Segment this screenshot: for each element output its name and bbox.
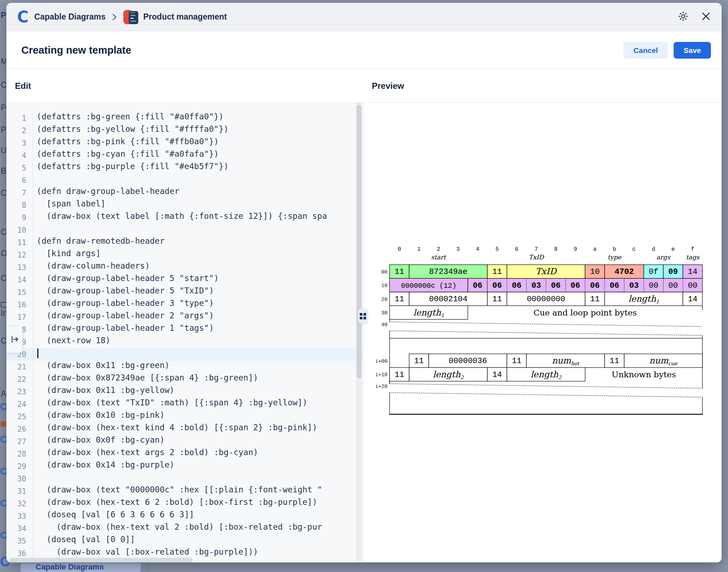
code-line-text: (draw-box (text "0000000c" :hex [[:plain…	[33, 485, 363, 497]
editor-horizontal-scrollbar-thumb[interactable]	[9, 558, 193, 562]
capable-diagrams-logo-icon: C	[17, 9, 28, 25]
svg-text:length2: length2	[531, 369, 562, 380]
svg-text:06: 06	[610, 281, 619, 290]
code-line[interactable]: 7(defn draw-group-label-header	[6, 187, 363, 199]
svg-text:06: 06	[551, 281, 561, 290]
background-item-label: Capable Diagrams	[36, 562, 104, 572]
svg-text:11: 11	[492, 295, 502, 304]
code-line[interactable]: 33 (doseq [val [6 6 3 6 6 6 6 3]]	[6, 510, 363, 522]
code-line[interactable]: 25 (draw-box 0x10 :bg-pink)	[6, 410, 363, 423]
code-line[interactable]: 4(defattrs :bg-cyan {:fill "#a0fafa"})	[6, 149, 363, 162]
svg-text:00: 00	[381, 269, 387, 275]
svg-text:06: 06	[571, 281, 580, 290]
svg-text:06: 06	[590, 281, 600, 290]
line-number: 9	[6, 214, 33, 222]
code-line[interactable]: 6	[6, 174, 363, 187]
preview-panel: 0123456789abcdefstartTxIDtypeargstags001…	[363, 103, 722, 562]
svg-text:i+20: i+20	[376, 384, 387, 389]
code-line-text: (draw-box (hex-text kind 4 :bold) [{:spa…	[33, 423, 363, 435]
code-line[interactable]: 17 (draw-group-label-header 2 "args")	[6, 311, 363, 323]
code-line[interactable]: 29 (draw-box 0x14 :bg-purple)	[6, 460, 363, 473]
svg-text:c: c	[632, 246, 636, 253]
svg-text:i+10: i+10	[376, 372, 387, 378]
breadcrumb-app-name[interactable]: Capable Diagrams	[34, 12, 106, 22]
code-line-text: (draw-box (text label [:math {:font-size…	[33, 211, 363, 224]
close-icon[interactable]	[701, 11, 711, 23]
code-line[interactable]: 31 (draw-box (text "0000000c" :hex [[:pl…	[6, 485, 363, 497]
code-line[interactable]: 30	[6, 473, 363, 485]
preview-panel-title: Preview	[363, 69, 404, 102]
code-line-text: (doseq [val [0 0]]	[33, 535, 363, 547]
code-line-text: [span label]	[33, 199, 363, 211]
svg-text:00: 00	[649, 281, 658, 290]
svg-text:11: 11	[395, 295, 404, 304]
code-line[interactable]: 2(defattrs :bg-yellow {:fill "#ffffa0"})	[6, 124, 363, 137]
code-line-text: (draw-box (hex-text args 2 :bold) :bg-cy…	[33, 448, 363, 460]
line-number: 1	[6, 114, 33, 123]
code-line[interactable]: 13 (draw-column-headers)	[6, 261, 363, 274]
svg-text:Cue and loop point bytes: Cue and loop point bytes	[534, 308, 637, 317]
background-app-icon	[1, 421, 6, 427]
code-line[interactable]: 28 (draw-box (hex-text args 2 :bold) :bg…	[6, 448, 363, 460]
line-number: 33	[6, 512, 33, 520]
save-button[interactable]: Save	[674, 42, 711, 59]
code-line[interactable]: 3(defattrs :bg-pink {:fill "#ffb0a0"})	[6, 137, 363, 149]
background-logo-icon: C	[0, 466, 7, 477]
cancel-button[interactable]: Cancel	[623, 42, 668, 59]
code-line[interactable]: 11(defn draw-remotedb-header	[6, 236, 363, 249]
svg-text:7: 7	[535, 246, 538, 253]
svg-text:9: 9	[574, 246, 577, 253]
code-line[interactable]: 14 (draw-group-label-header 5 "start")	[6, 274, 363, 286]
code-line[interactable]: 19 (next-row 18)	[6, 336, 363, 348]
code-line[interactable]: 35 (doseq [val [0 0]]	[6, 535, 363, 547]
code-line[interactable]: 18 (draw-group-label-header 1 "tags")	[6, 323, 363, 336]
code-line[interactable]: 21 (draw-box 0x11 :bg-green)	[6, 361, 363, 373]
breadcrumb-page-name[interactable]: Product management	[143, 12, 227, 22]
line-number: 5	[6, 164, 33, 172]
code-line[interactable]: 5(defattrs :bg-purple {:fill "#e4b5f7"})	[6, 162, 363, 174]
line-number: 30	[6, 475, 33, 483]
svg-text:11: 11	[610, 356, 619, 366]
svg-text:20: 20	[381, 297, 387, 302]
code-line-text: (draw-box 0x11 :bg-green)	[33, 361, 363, 373]
code-line-text: (draw-box 0x872349ae [{:span 4} :bg-gree…	[33, 373, 363, 385]
code-line[interactable]: 15 (draw-group-label-header 5 "TxID")	[6, 286, 363, 298]
code-line[interactable]: 1(defattrs :bg-green {:fill "#a0ffa0"})	[6, 112, 363, 124]
svg-text:Unknown bytes: Unknown bytes	[612, 370, 676, 379]
line-number: 31	[6, 487, 33, 496]
svg-text:4702: 4702	[615, 267, 634, 276]
code-line[interactable]: 22 (draw-box 0x872349ae [{:span 4} :bg-g…	[6, 373, 363, 385]
code-line[interactable]: 27 (draw-box 0x0f :bg-cyan)	[6, 435, 363, 448]
code-line[interactable]: 10	[6, 224, 363, 236]
code-line[interactable]: 9 (draw-box (text label [:math {:font-si…	[6, 211, 363, 224]
code-line-text: (draw-column-headers)	[33, 261, 363, 274]
line-number: 7	[6, 189, 33, 197]
code-line-text: (defattrs :bg-green {:fill "#a0ffa0"})	[33, 112, 363, 124]
code-line[interactable]: 20	[6, 348, 363, 361]
code-line-text: (draw-box (hex-text val 2 :bold) [:box-r…	[33, 522, 363, 535]
svg-text:06: 06	[512, 281, 521, 290]
line-number: 6	[6, 176, 33, 185]
svg-text:00000000: 00000000	[527, 295, 565, 304]
settings-gear-icon[interactable]	[678, 11, 689, 23]
code-line[interactable]: 23 (draw-box 0x11 :bg-yellow)	[6, 385, 363, 398]
line-number: 8	[6, 201, 33, 210]
code-line[interactable]: 16 (draw-group-label-header 3 "type")	[6, 298, 363, 311]
code-line-text: (draw-group-label-header 3 "type")	[33, 298, 363, 311]
line-number: 36	[6, 549, 33, 558]
code-line[interactable]: 12 [kind args]	[6, 249, 363, 261]
sidebar-reveal-button[interactable]	[6, 325, 23, 353]
code-line[interactable]: 8 [span label]	[6, 199, 363, 211]
divider-drag-handle[interactable]	[358, 309, 368, 324]
code-line[interactable]: 34 (draw-box (hex-text val 2 :bold) [:bo…	[6, 522, 363, 535]
svg-text:03: 03	[531, 281, 541, 290]
code-line[interactable]: 26 (draw-box (hex-text kind 4 :bold) [{:…	[6, 423, 363, 435]
code-editor[interactable]: 1(defattrs :bg-green {:fill "#a0ffa0"})2…	[6, 103, 363, 562]
code-line[interactable]: 32 (draw-box (hex-text 6 2 :bold) [:box-…	[6, 497, 363, 510]
editor-vertical-scrollbar-thumb[interactable]	[357, 105, 362, 378]
code-line[interactable]: 24 (draw-box (text "TxID" :math) [{:span…	[6, 398, 363, 410]
code-line-text: [kind args]	[33, 249, 363, 261]
code-lines[interactable]: 1(defattrs :bg-green {:fill "#a0ffa0"})2…	[6, 112, 363, 560]
line-number: 24	[6, 400, 33, 409]
code-line-text: (draw-box (hex-text 6 2 :bold) [:box-fir…	[33, 497, 363, 510]
